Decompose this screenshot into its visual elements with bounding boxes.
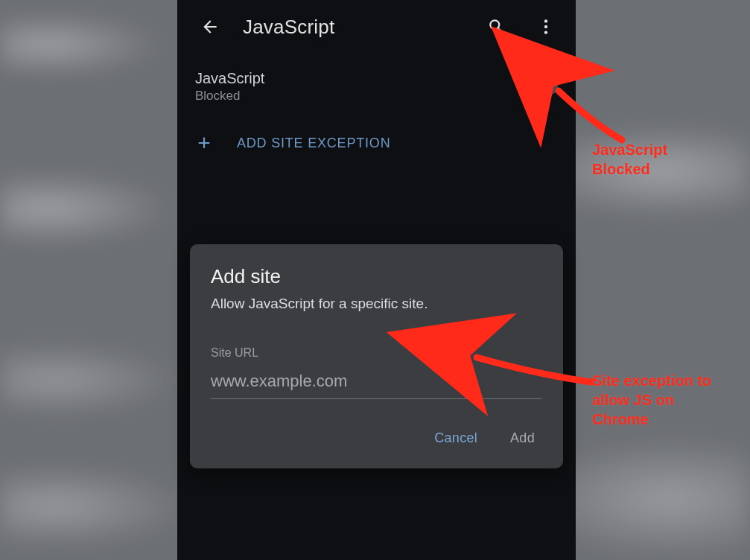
add-button[interactable]: Add <box>507 424 538 452</box>
dialog-subtitle: Allow JavaScript for a specific site. <box>211 296 542 312</box>
setting-label: JavaScript <box>195 70 524 87</box>
add-site-exception-button[interactable]: + ADD SITE EXCEPTION <box>177 112 576 174</box>
arrow-icon <box>551 82 633 149</box>
plus-icon: + <box>195 132 213 154</box>
phone-frame: JavaScript JavaScript Blocked + ADD SITE… <box>177 0 576 560</box>
arrow-left-icon <box>200 17 220 36</box>
annotation-label-js-blocked: JavaScript Blocked <box>592 140 667 179</box>
svg-point-0 <box>544 19 547 22</box>
svg-point-2 <box>544 31 547 34</box>
setting-status: Blocked <box>195 89 524 104</box>
annotation-arrow-site-exception <box>471 341 597 396</box>
dialog-actions: Cancel Add <box>211 424 542 456</box>
setting-texts: JavaScript Blocked <box>195 70 524 104</box>
search-icon <box>487 17 506 36</box>
overflow-menu-button[interactable] <box>530 10 562 43</box>
page-title: JavaScript <box>243 16 464 39</box>
add-exception-label: ADD SITE EXCEPTION <box>237 136 390 151</box>
annotation-label-site-exception: Site exception to allow JS on Chrome <box>592 371 711 429</box>
arrow-icon <box>471 341 597 393</box>
back-button[interactable] <box>194 10 226 43</box>
dialog-title: Add site <box>211 265 542 288</box>
app-bar: JavaScript <box>177 0 576 54</box>
cancel-button[interactable]: Cancel <box>431 424 480 452</box>
more-vert-icon <box>536 17 556 36</box>
svg-point-1 <box>544 25 547 28</box>
javascript-setting-row[interactable]: JavaScript Blocked <box>177 54 576 112</box>
search-button[interactable] <box>480 10 513 43</box>
